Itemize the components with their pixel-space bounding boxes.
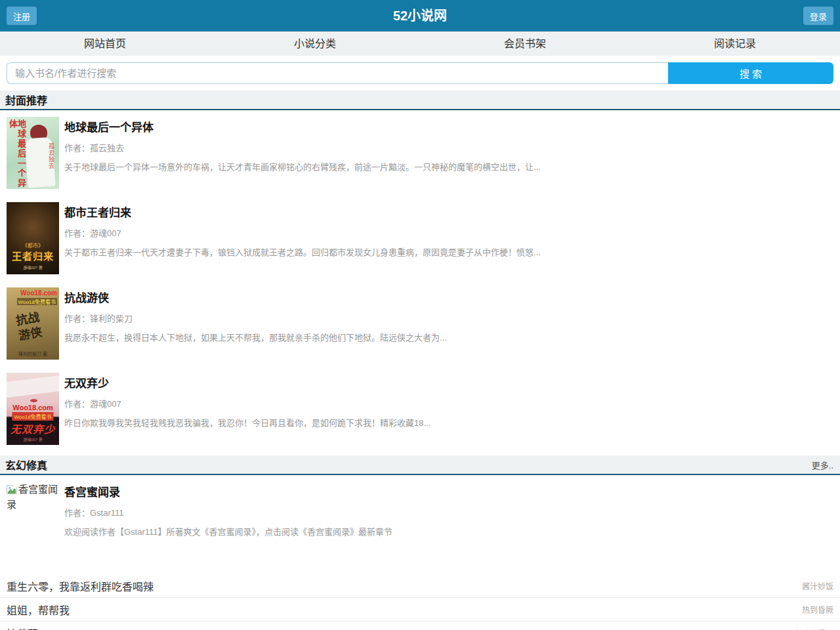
section-title: 玄幻修真 xyxy=(5,457,47,472)
book-title[interactable]: 无双弃少 xyxy=(64,374,833,390)
cover-byline-text: 游魂007 著 xyxy=(7,436,59,442)
book-title[interactable]: 都市王者归来 xyxy=(64,203,833,220)
book-info: 都市王者归来 作者：游魂007 关于都市王者归来一代天才遭妻子下毒，锒铛入狱成就… xyxy=(64,202,833,274)
book-link-author: 热到昏厥 xyxy=(802,604,833,615)
book-item[interactable]: Woo18.com Woo18免费看书 抗战游侠 锋利的柴刀 著 抗战游侠 作者… xyxy=(0,281,840,366)
book-link-title[interactable]: 姐姐，帮帮我 xyxy=(7,602,70,618)
book-author: 作者：锋利的柴刀 xyxy=(64,312,833,324)
book-author: 作者：游魂007 xyxy=(64,397,833,410)
book-item[interactable]: Woo18.com Woo18免费看书 无双弃少 游魂007 著 无双弃少 作者… xyxy=(0,366,840,452)
cover-brand-text: Woo18.com xyxy=(20,289,57,297)
cover-author-text: 孤云独去 xyxy=(47,143,56,169)
search-input[interactable] xyxy=(7,62,668,84)
book-author: 作者：孤云独去 xyxy=(64,141,833,154)
section-title: 封面推荐 xyxy=(5,92,47,108)
cover-brand-text: Woo18.com xyxy=(7,404,59,411)
nav-item-history[interactable]: 阅读记录 xyxy=(630,32,840,56)
nav-item-categories[interactable]: 小说分类 xyxy=(210,32,420,56)
book-title[interactable]: 地球最后一个异体 xyxy=(64,118,833,135)
cover-promo-text: Woo18免费看书 xyxy=(12,412,53,421)
register-button[interactable]: 注册 xyxy=(7,7,37,25)
cover-title-text: 地球最后一个异体 xyxy=(9,119,26,189)
cover-title-text: 抗战游侠 xyxy=(14,308,51,343)
book-info: 抗战游侠 作者：锋利的柴刀 我愿永不超生，换得日本人下地狱，如果上天不帮我，那我… xyxy=(64,287,833,360)
book-list-cover-recommend: 地球最后一个异体 孤云独去 地球最后一个异体 作者：孤云独去 关于地球最后一个异… xyxy=(0,110,840,452)
header: 注册 52小说网 登录 xyxy=(0,0,840,32)
cover-tag-text: 《都市》 xyxy=(22,242,43,249)
book-links-list: 重生六零，我靠返利群吃香喝辣 酱汁妙饭 姐姐，帮帮我 热到昏厥 情花孽 老鸦奇遇… xyxy=(0,574,840,630)
book-desc: 欢迎阅读作者【Gstar111】所著爽文《香宫蜜闻录》，点击阅读《香宫蜜闻录》最… xyxy=(64,525,833,537)
cover-title-text: 王者归来 xyxy=(12,249,54,262)
book-link-row[interactable]: 重生六零，我靠返利群吃香喝辣 酱汁妙饭 xyxy=(0,574,840,598)
nav-item-home[interactable]: 网站首页 xyxy=(0,32,210,56)
book-title[interactable]: 香宫蜜闻录 xyxy=(64,483,833,499)
book-info: 香宫蜜闻录 作者：Gstar111 欢迎阅读作者【Gstar111】所著爽文《香… xyxy=(64,482,833,537)
section-header-cover-recommend: 封面推荐 xyxy=(0,91,840,110)
more-link[interactable]: 更多.. xyxy=(812,459,833,471)
broken-cover[interactable]: 香宫蜜闻录 xyxy=(7,482,59,537)
book-cover[interactable]: 地球最后一个异体 孤云独去 xyxy=(7,117,59,189)
site-title: 52小说网 xyxy=(0,0,840,32)
book-link-author: 酱汁妙饭 xyxy=(802,580,833,591)
cover-art-lips xyxy=(30,399,37,402)
main-nav: 网站首页 小说分类 会员书架 阅读记录 xyxy=(0,32,840,56)
cover-title-text: 无双弃少 xyxy=(7,421,59,436)
book-desc: 关于都市王者归来一代天才遭妻子下毒，锒铛入狱成就王者之路。回归都市发现女儿身患重… xyxy=(64,245,833,258)
cover-promo-text: Woo18免费看书 xyxy=(17,298,57,305)
book-link-title[interactable]: 重生六零，我靠返利群吃香喝辣 xyxy=(7,578,154,594)
book-author: 作者：Gstar111 xyxy=(64,506,833,518)
book-desc: 昨日你欺我辱我笑我轻我贱我恶我骗我，我忍你！今日再且看你，是如何跪下求我！精彩收… xyxy=(64,416,833,429)
search-bar: 搜 索 xyxy=(7,62,833,84)
book-cover[interactable]: 《都市》 王者归来 游魂007 著 xyxy=(7,202,59,274)
book-cover[interactable]: Woo18.com Woo18免费看书 抗战游侠 锋利的柴刀 著 xyxy=(7,287,59,360)
book-item[interactable]: 香宫蜜闻录 香宫蜜闻录 作者：Gstar111 欢迎阅读作者【Gstar111】… xyxy=(0,475,840,544)
book-info: 无双弃少 作者：游魂007 昨日你欺我辱我笑我轻我贱我恶我骗我，我忍你！今日再且… xyxy=(64,373,833,445)
cover-byline-text: 锋利的柴刀 著 xyxy=(7,350,59,357)
book-link-author: 老鸦奇遇记 xyxy=(794,627,833,630)
book-link-row[interactable]: 情花孽 老鸦奇遇记 xyxy=(0,621,840,630)
cover-art-lace xyxy=(7,375,59,398)
book-info: 地球最后一个异体 作者：孤云独去 关于地球最后一个异体一场意外的车祸，让天才青年… xyxy=(64,117,833,189)
book-item[interactable]: 《都市》 王者归来 游魂007 著 都市王者归来 作者：游魂007 关于都市王者… xyxy=(0,196,840,281)
book-list-xuanhuan: 香宫蜜闻录 香宫蜜闻录 作者：Gstar111 欢迎阅读作者【Gstar111】… xyxy=(0,475,840,544)
book-link-row[interactable]: 姐姐，帮帮我 热到昏厥 xyxy=(0,598,840,621)
section-header-xuanhuan: 玄幻修真 更多.. xyxy=(0,455,840,475)
book-item[interactable]: 地球最后一个异体 孤云独去 地球最后一个异体 作者：孤云独去 关于地球最后一个异… xyxy=(0,110,840,196)
nav-item-bookshelf[interactable]: 会员书架 xyxy=(420,32,630,56)
broken-image-icon xyxy=(7,485,17,494)
book-link-title[interactable]: 情花孽 xyxy=(7,625,38,630)
book-cover[interactable]: Woo18.com Woo18免费看书 无双弃少 游魂007 著 xyxy=(7,373,59,445)
book-title[interactable]: 抗战游侠 xyxy=(64,289,833,305)
book-desc: 关于地球最后一个异体一场意外的车祸，让天才青年画家柳铭心的右臂残疾，前途一片黯淡… xyxy=(64,160,833,173)
book-author: 作者：游魂007 xyxy=(64,226,833,239)
login-button[interactable]: 登录 xyxy=(803,7,833,25)
cover-byline-text: 游魂007 著 xyxy=(23,264,43,270)
search-button[interactable]: 搜 索 xyxy=(668,62,833,84)
book-desc: 我愿永不超生，换得日本人下地狱，如果上天不帮我，那我就亲手杀的他们下地狱。陆远侠… xyxy=(64,331,833,343)
